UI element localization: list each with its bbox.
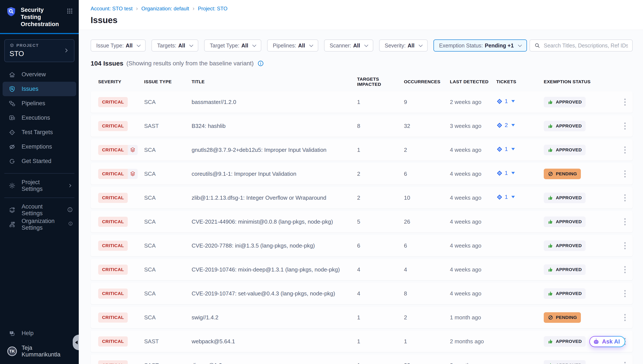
project-label: PROJECT	[17, 43, 39, 48]
row-menu-button[interactable]	[622, 168, 628, 180]
table-row[interactable]: CRITICALSCACVE-2019-10747: set-value@0.4…	[91, 283, 633, 304]
table-row[interactable]: CRITICALSCAswig//1.4.2121 month agoPENDI…	[91, 307, 633, 328]
sidebar-item-issues[interactable]: Issues	[3, 82, 76, 96]
table-row[interactable]: CRITICALSASTB324: hashlib8323 weeks ago2…	[91, 115, 633, 137]
severity-cell: CRITICAL	[98, 312, 144, 322]
sidebar-item-test-targets[interactable]: Test Targets	[3, 125, 76, 140]
exemption-status-badge: APPROVED	[544, 97, 586, 108]
project-selector[interactable]: PROJECT STO	[4, 39, 75, 62]
issue-type: SAST	[144, 362, 192, 364]
sidebar-item-label: Executions	[22, 114, 50, 121]
filter-targets[interactable]: Targets:All	[152, 40, 198, 52]
row-menu-button[interactable]	[622, 288, 628, 299]
sidebar-item-pipelines[interactable]: Pipelines	[3, 96, 76, 110]
ticket-count: 1	[505, 194, 508, 200]
table-row[interactable]: CRITICALSCACVE-2020-7788: ini@1.3.5 (lan…	[91, 235, 633, 256]
ticket-link[interactable]: 2	[496, 122, 515, 128]
content-area: Issue Type:AllTargets:AllTarget Type:All…	[79, 30, 643, 364]
severity-badge: CRITICAL	[98, 193, 128, 203]
caret-down-icon	[511, 100, 515, 104]
sidebar-item-overview[interactable]: Overview	[3, 67, 76, 82]
row-menu-button[interactable]	[622, 120, 628, 132]
severity-cell: CRITICAL	[98, 217, 144, 227]
table-row[interactable]: CRITICALSCAbassmaster//1.2.0192 weeks ag…	[91, 91, 633, 113]
severity-cell: CRITICAL	[98, 360, 144, 364]
issue-type: SCA	[144, 218, 192, 225]
info-icon[interactable]	[258, 60, 264, 66]
breadcrumb-separator: ›	[136, 5, 138, 12]
filter-value: All	[353, 42, 360, 49]
filter-issue-type[interactable]: Issue Type:All	[91, 40, 146, 52]
severity-badge: CRITICAL	[98, 336, 128, 346]
chevron-down-icon	[252, 43, 256, 47]
ai-robot-icon	[592, 338, 600, 345]
row-menu-button[interactable]	[622, 216, 628, 228]
exemption-status-badge: APPROVED	[544, 360, 586, 364]
issues-count: 104 Issues	[91, 60, 123, 67]
ticket-link[interactable]: 1	[496, 146, 515, 152]
issue-title: CVE-2019-10747: set-value@0.4.3 (lang-pk…	[192, 290, 357, 297]
issue-title: swig//1.4.2	[192, 314, 357, 321]
caret-down-icon	[511, 124, 515, 128]
filters-bar: Issue Type:AllTargets:AllTarget Type:All…	[91, 40, 527, 52]
filter-severity[interactable]: Severity:All	[379, 40, 428, 52]
exemption-status-badge: APPROVED	[544, 240, 586, 251]
chevron-right-icon	[63, 48, 69, 54]
table-row[interactable]: CRITICALSASTdjango@1.21222 months agoAPP…	[91, 354, 633, 364]
table-row[interactable]: CRITICALSCAgnutls28@3.7.9-2+deb12u5: Imp…	[91, 139, 633, 161]
breadcrumb-project[interactable]: Project: STO	[198, 6, 227, 12]
info-icon[interactable]	[68, 222, 73, 227]
sidebar-item-account-settings[interactable]: Account Settings	[3, 203, 76, 217]
breadcrumb-account[interactable]: Account: STO test	[91, 6, 133, 12]
filter-exemption-status[interactable]: Exemption Status:Pending +1	[433, 40, 527, 52]
last-detected: 1 month ago	[450, 314, 496, 321]
exemption-status-cell: APPROVED	[544, 240, 617, 251]
row-menu-button[interactable]	[622, 240, 628, 252]
ask-ai-button[interactable]: Ask AI	[589, 336, 625, 347]
project-name: STO	[10, 50, 39, 58]
row-menu-button[interactable]	[622, 312, 628, 323]
info-icon[interactable]	[67, 207, 73, 213]
table-row[interactable]: CRITICALSCACVE-2019-10746: mixin-deep@1.…	[91, 259, 633, 280]
ticket-link[interactable]: 1	[496, 194, 515, 200]
filter-target-type[interactable]: Target Type:All	[204, 40, 261, 52]
filter-scanner[interactable]: Scanner:All	[324, 40, 373, 52]
row-menu-button[interactable]	[622, 264, 628, 275]
sidebar-item-help[interactable]: ? Help	[3, 326, 76, 340]
column-header: TICKETS	[496, 79, 544, 84]
filter-label: Exemption Status:	[439, 42, 483, 49]
occurrences: 32	[404, 123, 450, 130]
sidebar-item-organization-settings[interactable]: Organization Settings	[3, 217, 76, 232]
table-row[interactable]: CRITICALSCACVE-2021-44906: minimist@0.0.…	[91, 211, 633, 232]
row-menu-button[interactable]	[622, 144, 628, 156]
org-chart-gear-icon	[9, 221, 16, 228]
user-profile[interactable]: TK Teja Kummarikuntla	[3, 344, 76, 358]
row-menu-button[interactable]	[622, 360, 628, 364]
row-menu-button[interactable]	[622, 192, 628, 204]
table-row[interactable]: CRITICALSASTwebpack@5.64.1112 months ago…	[91, 330, 633, 352]
table-row[interactable]: CRITICALSCAcoreutils@9.1-1: Improper Inp…	[91, 163, 633, 184]
sidebar-item-label: Pipelines	[22, 100, 45, 107]
breadcrumb-organization[interactable]: Organization: default	[141, 6, 189, 12]
search-input[interactable]	[544, 42, 628, 49]
ticket-link[interactable]: 1	[496, 170, 515, 176]
severity-cell: CRITICAL	[98, 241, 144, 251]
chevron-down-icon	[309, 43, 313, 47]
thumbs-up-icon	[548, 195, 553, 201]
chevron-down-icon	[518, 43, 522, 47]
filter-pipelines[interactable]: Pipelines:All	[267, 40, 318, 52]
caret-down-icon	[511, 196, 515, 200]
ticket-link[interactable]: 1	[496, 98, 515, 104]
sidebar-item-get-started[interactable]: Get Started	[3, 154, 76, 168]
search-icon	[534, 42, 540, 48]
last-detected: 2 months ago	[450, 338, 496, 345]
module-switcher-grid-icon[interactable]	[67, 8, 73, 15]
severity-cell: CRITICAL	[98, 97, 144, 107]
sidebar-item-executions[interactable]: Executions	[3, 110, 76, 125]
sidebar-item-exemptions[interactable]: Exemptions	[3, 140, 76, 154]
sidebar-item-label: Account Settings	[22, 203, 61, 217]
row-menu-button[interactable]	[622, 96, 628, 108]
table-row[interactable]: CRITICALSCAzlib@1:1.2.13.dfsg-1: Integer…	[91, 187, 633, 208]
sidebar-item-project-settings[interactable]: Project Settings	[3, 178, 76, 193]
jira-ticket-icon	[496, 122, 503, 128]
